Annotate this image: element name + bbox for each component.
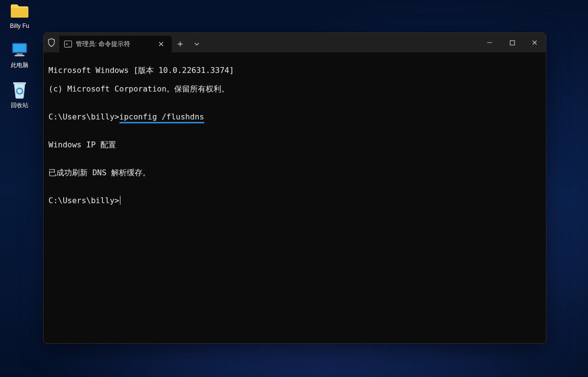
svg-rect-2 [17,53,23,55]
desktop: Billy Fu 此电脑 回收站 [0,0,588,377]
desktop-icon-label: Billy Fu [10,23,29,29]
terminal-line: Windows IP 配置 [48,140,541,149]
desktop-icon-recycle-bin[interactable]: 回收站 [2,80,37,109]
terminal-line: 已成功刷新 DNS 解析缓存。 [48,168,541,177]
svg-rect-4 [13,82,26,84]
terminal-command-highlight: ipconfig /flushdns [119,112,204,123]
folder-icon [10,1,29,21]
svg-rect-3 [15,55,24,56]
maximize-button[interactable] [501,33,523,52]
admin-shield-icon [44,33,59,52]
desktop-icon-this-pc[interactable]: 此电脑 [2,40,37,69]
terminal-line: Microsoft Windows [版本 10.0.22631.3374] [48,66,541,75]
minimize-button[interactable] [478,33,501,52]
recycle-bin-icon [10,80,29,100]
terminal-prompt-line: C:\Users\billy> [48,196,541,205]
close-window-button[interactable] [523,33,546,52]
tab-close-button[interactable] [155,38,167,50]
tab-dropdown-button[interactable] [188,36,205,52]
tab-title: 管理员: 命令提示符 [76,40,130,48]
terminal-prompt-line: C:\Users\billy>ipconfig /flushdns [48,112,541,121]
svg-rect-8 [510,41,515,45]
terminal-tab[interactable]: >_ 管理员: 命令提示符 [59,36,172,52]
new-tab-button[interactable] [172,36,188,52]
desktop-icon-label: 此电脑 [11,62,28,69]
terminal-window: >_ 管理员: 命令提示符 [43,32,546,344]
terminal-cursor [120,196,120,205]
desktop-icon-label: 回收站 [11,102,28,109]
terminal-output[interactable]: Microsoft Windows [版本 10.0.22631.3374] (… [44,52,546,343]
desktop-icon-user-folder[interactable]: Billy Fu [2,1,37,29]
window-titlebar[interactable]: >_ 管理员: 命令提示符 [44,33,546,52]
terminal-prompt: C:\Users\billy> [48,196,119,205]
terminal-line: (c) Microsoft Corporation。保留所有权利。 [48,84,541,94]
svg-rect-1 [13,44,26,52]
svg-text:>_: >_ [66,42,71,47]
cmd-icon: >_ [64,41,72,47]
terminal-prompt: C:\Users\billy> [48,112,119,121]
this-pc-icon [10,40,29,60]
